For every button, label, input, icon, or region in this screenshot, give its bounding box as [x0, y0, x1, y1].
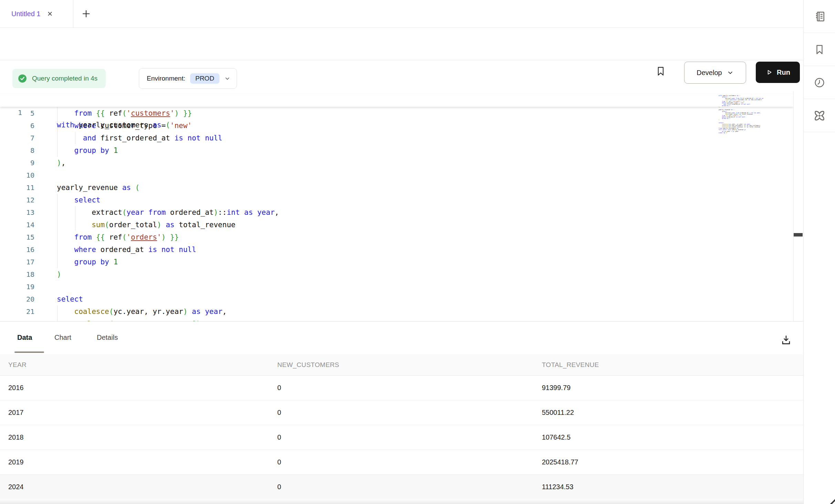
code-line: 14 sum(order_total) as total_revenue	[0, 219, 793, 231]
sidebar-item-history[interactable]	[804, 66, 835, 99]
horizontal-scrollbar-track[interactable]	[0, 499, 803, 504]
line-number: 17	[0, 256, 34, 268]
tab-details[interactable]: Details	[97, 334, 118, 342]
run-label: Run	[777, 69, 790, 76]
clock-icon	[813, 76, 826, 89]
sidebar-item-lineage[interactable]	[804, 99, 835, 132]
results-table: 2016091399.7920170550011.2220180107642.5…	[0, 376, 803, 500]
develop-dropdown[interactable]: Develop	[684, 62, 746, 84]
editor-scrollbar-thumb[interactable]	[794, 233, 803, 237]
table-row: 201902025418.77	[0, 450, 803, 475]
table-cell: 0	[277, 376, 281, 400]
code-line: 9),	[0, 157, 793, 169]
tab-data[interactable]: Data	[17, 334, 32, 342]
table-row: 20170550011.22	[0, 400, 803, 425]
close-icon	[46, 10, 54, 18]
code-line: 18)	[0, 268, 793, 281]
editor-tab[interactable]: Untitled 1	[0, 0, 73, 28]
table-cell: 107642.5	[542, 425, 570, 450]
code-line: 20select	[0, 293, 793, 305]
line-number: 18	[0, 268, 34, 281]
bookmark-button[interactable]	[653, 64, 668, 79]
play-icon	[765, 69, 773, 76]
resize-grip[interactable]	[829, 498, 835, 504]
column-header: TOTAL_REVENUE	[542, 354, 599, 376]
line-number: 1	[0, 106, 22, 119]
table-row: 20180107642.5	[0, 425, 803, 450]
code-line: 11yearly_revenue as (	[0, 181, 793, 194]
line-number: 14	[0, 219, 34, 231]
code-line: 7 and first_ordered_at is not null	[0, 132, 793, 144]
line-number: 16	[0, 243, 34, 256]
code-line: 16 where ordered_at is not null	[0, 243, 793, 256]
table-cell: 2025418.77	[542, 450, 578, 474]
line-number: 22	[0, 318, 34, 321]
code-editor[interactable]: 5 from {{ ref('customers') }}6 where cus…	[0, 93, 793, 321]
editor-tab-bar: Untitled 1	[0, 0, 803, 28]
code-line: 8 group by 1	[0, 144, 793, 157]
table-cell: 2024	[8, 475, 24, 499]
query-status-pill: Query completed in 4s	[12, 69, 106, 88]
minimap-line: order by 1	[719, 132, 763, 134]
table-cell: 91399.79	[542, 376, 570, 400]
dbt-lineage-icon	[813, 109, 826, 123]
right-sidebar	[803, 0, 835, 504]
table-cell: 2017	[8, 400, 24, 425]
table-header: YEAR NEW_CUSTOMERS TOTAL_REVENUE	[0, 354, 803, 376]
line-number: 19	[0, 281, 34, 293]
environment-label: Environment:	[147, 75, 185, 82]
code-line: 22 coalesce(yc.new_customers, 0) as new_…	[0, 318, 793, 321]
bookmark-icon	[813, 43, 826, 56]
run-button[interactable]: Run	[756, 62, 800, 83]
app-window: Untitled 1 Develop	[0, 0, 835, 504]
sticky-line-code: with yearly_customers as (	[57, 119, 170, 131]
sticky-line: 1 with yearly_customers as (	[0, 94, 793, 107]
code-line: 10	[0, 169, 793, 181]
line-number: 11	[0, 181, 34, 194]
results-panel: Data Chart Details YEAR NEW_CUSTOMERS TO…	[0, 321, 803, 504]
table-row: 2016091399.79	[0, 376, 803, 400]
sidebar-item-bookmarks[interactable]	[804, 33, 835, 66]
line-number: 12	[0, 194, 34, 206]
query-status-text: Query completed in 4s	[32, 75, 97, 82]
line-number: 20	[0, 293, 34, 305]
line-number: 21	[0, 305, 34, 318]
sidebar-item-notebook[interactable]	[804, 0, 835, 33]
table-cell: 0	[277, 475, 281, 499]
chevron-down-icon	[224, 75, 230, 82]
table-cell: 2018	[8, 425, 24, 450]
notebook-icon	[813, 10, 826, 23]
bookmark-icon	[655, 65, 667, 77]
tab-chart[interactable]: Chart	[54, 334, 71, 342]
table-row: 20240111234.53	[0, 475, 803, 500]
table-cell: 550011.22	[542, 400, 574, 425]
environment-selector[interactable]: Environment: PROD	[139, 68, 237, 89]
line-number: 8	[0, 144, 34, 157]
chevron-down-icon	[727, 69, 734, 76]
line-number: 9	[0, 157, 34, 169]
column-header: YEAR	[8, 354, 27, 376]
toolbar: Develop Run	[0, 28, 803, 60]
download-icon	[780, 334, 792, 346]
code-line: 21 coalesce(yc.year, yr.year) as year,	[0, 305, 793, 318]
tab-close-button[interactable]	[45, 9, 54, 18]
active-tab-underline	[14, 351, 44, 353]
minimap[interactable]: with yearly_customers as ( select extrac…	[719, 95, 763, 140]
editor-scrollbar-track	[793, 91, 794, 321]
line-number: 13	[0, 206, 34, 219]
new-tab-button[interactable]	[81, 9, 94, 18]
code-line: 17 group by 1	[0, 256, 793, 268]
line-number: 10	[0, 169, 34, 181]
download-button[interactable]	[778, 332, 794, 348]
tab-label: Untitled 1	[11, 10, 41, 18]
check-circle-icon	[17, 73, 28, 84]
line-number: 15	[0, 231, 34, 243]
table-cell: 0	[277, 450, 281, 474]
code-line: 19	[0, 281, 793, 293]
table-cell: 0	[277, 400, 281, 425]
code-line: 12 select	[0, 194, 793, 206]
develop-label: Develop	[697, 69, 722, 77]
code-line: 5 from {{ ref('customers') }}	[0, 107, 793, 119]
table-cell: 111234.53	[542, 475, 574, 499]
code-line: 15 from {{ ref('orders') }}	[0, 231, 793, 243]
